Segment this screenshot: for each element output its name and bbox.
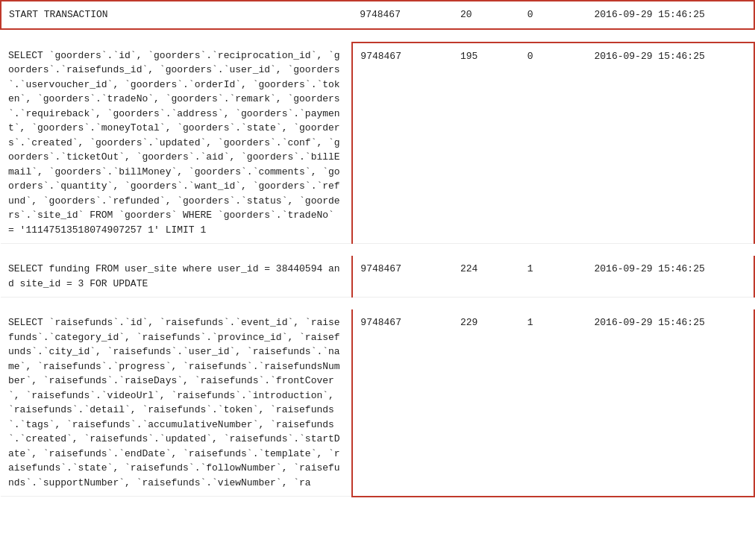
spacer-row xyxy=(1,244,754,257)
connid-cell: 9748467 xyxy=(352,43,453,244)
ts-cell: 2016-09-29 15:46:25 xyxy=(587,309,754,497)
qtime-cell: 195 xyxy=(453,43,520,244)
sql-cell: SELECT funding FROM user_site where user… xyxy=(1,256,352,298)
table-row: SELECT funding FROM user_site where user… xyxy=(1,256,754,298)
ts-cell: 2016-09-29 15:46:25 xyxy=(587,1,754,29)
sql-cell: START TRANSACTION xyxy=(1,1,352,29)
query-log-table: START TRANSACTION97484672002016-09-29 15… xyxy=(0,0,755,497)
ltime-cell: 1 xyxy=(520,309,587,497)
qtime-cell: 229 xyxy=(453,309,520,497)
sql-cell: SELECT `raisefunds`.`id`, `raisefunds`.`… xyxy=(1,309,352,497)
table-row: START TRANSACTION97484672002016-09-29 15… xyxy=(1,1,754,29)
connid-cell: 9748467 xyxy=(352,256,453,298)
qtime-cell: 224 xyxy=(453,256,520,298)
ltime-cell: 0 xyxy=(520,43,587,244)
connid-cell: 9748467 xyxy=(352,1,453,29)
ts-cell: 2016-09-29 15:46:25 xyxy=(587,43,754,244)
ts-cell: 2016-09-29 15:46:25 xyxy=(587,256,754,298)
qtime-cell: 20 xyxy=(453,1,520,29)
table-row: SELECT `goorders`.`id`, `goorders`.`reci… xyxy=(1,43,754,244)
connid-cell: 9748467 xyxy=(352,309,453,497)
sql-cell: SELECT `goorders`.`id`, `goorders`.`reci… xyxy=(1,43,352,244)
ltime-cell: 1 xyxy=(520,256,587,298)
table-row: SELECT `raisefunds`.`id`, `raisefunds`.`… xyxy=(1,309,754,497)
spacer-row xyxy=(1,298,754,310)
ltime-cell: 0 xyxy=(520,1,587,29)
spacer-row xyxy=(1,29,754,43)
